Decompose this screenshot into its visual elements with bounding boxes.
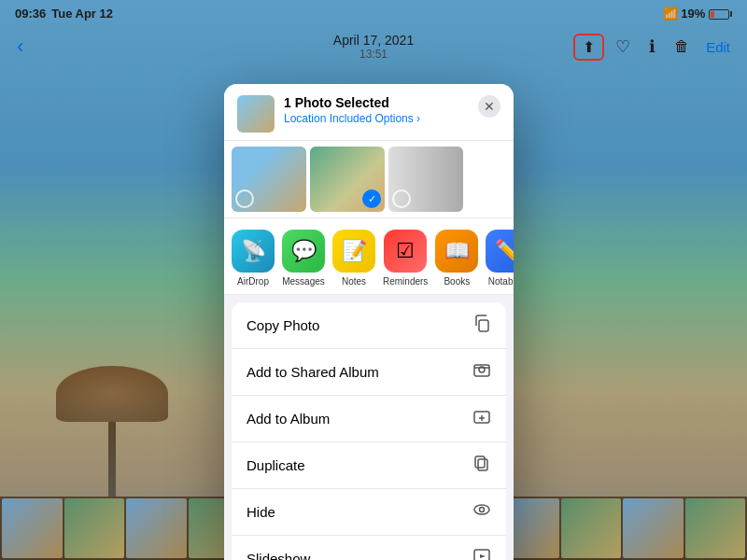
duplicate-icon [472, 454, 491, 477]
copy-photo-icon [472, 314, 491, 337]
sheet-thumbnail [237, 95, 275, 133]
add-to-album-icon [472, 407, 491, 430]
add-to-shared-album-icon [472, 360, 491, 384]
svg-point-6 [474, 505, 489, 514]
sheet-header: 1 Photo Selected Location Included Optio… [224, 84, 514, 141]
sheet-close-button[interactable]: ✕ [478, 95, 500, 118]
action-hide[interactable]: Hide [232, 489, 506, 536]
add-to-shared-album-label: Add to Shared Album [247, 364, 379, 380]
airdrop-label: AirDrop [237, 276, 269, 287]
svg-rect-8 [474, 550, 489, 560]
add-to-album-label: Add to Album [247, 411, 330, 427]
slideshow-icon [472, 547, 491, 560]
action-add-to-album[interactable]: Add to Album [232, 396, 506, 442]
notability-icon: ✏️ [486, 230, 514, 273]
action-list: Copy Photo Add to Shared Album Add to Al… [232, 302, 506, 560]
reminders-icon: ☑ [384, 230, 427, 273]
messages-label: Messages [282, 276, 325, 287]
app-icon-messages[interactable]: 💬 Messages [282, 230, 325, 287]
notes-icon: 📝 [332, 230, 375, 273]
app-icon-reminders[interactable]: ☑ Reminders [383, 230, 428, 287]
notability-label: Notability [488, 276, 514, 287]
books-label: Books [444, 276, 470, 287]
app-icon-notes[interactable]: 📝 Notes [332, 230, 375, 287]
reminders-label: Reminders [383, 276, 428, 287]
svg-point-7 [480, 508, 485, 512]
app-icon-books[interactable]: 📖 Books [435, 230, 478, 287]
app-icon-airdrop[interactable]: 📡 AirDrop [232, 230, 275, 287]
books-icon: 📖 [435, 230, 478, 273]
action-add-to-shared-album[interactable]: Add to Shared Album [232, 349, 506, 396]
copy-photo-label: Copy Photo [247, 317, 319, 333]
duplicate-label: Duplicate [247, 457, 305, 473]
photo-strip: ✓ [224, 141, 514, 218]
action-copy-photo[interactable]: Copy Photo [232, 302, 506, 349]
sheet-title: 1 Photo Selected [284, 95, 469, 110]
airdrop-icon: 📡 [232, 230, 275, 273]
svg-rect-4 [478, 459, 487, 470]
messages-icon: 💬 [282, 230, 325, 273]
app-icons-row: 📡 AirDrop 💬 Messages 📝 Notes ☑ Reminders… [224, 218, 514, 295]
strip-photo-2: ✓ [310, 147, 385, 212]
sheet-location: Location Included [284, 112, 372, 125]
svg-marker-9 [480, 554, 486, 558]
selected-check: ✓ [362, 189, 381, 208]
slideshow-label: Slideshow [247, 551, 310, 560]
sheet-options[interactable]: Options › [374, 112, 420, 125]
strip-photo-1 [232, 147, 306, 212]
notes-label: Notes [342, 276, 366, 287]
hide-label: Hide [247, 504, 275, 520]
hide-icon [472, 500, 491, 524]
action-slideshow[interactable]: Slideshow [232, 536, 506, 560]
share-sheet: 1 Photo Selected Location Included Optio… [224, 84, 514, 560]
svg-rect-0 [479, 320, 488, 331]
sheet-subtitle: Location Included Options › [284, 112, 469, 125]
svg-rect-5 [475, 456, 485, 468]
action-duplicate[interactable]: Duplicate [232, 442, 506, 489]
sheet-header-info: 1 Photo Selected Location Included Optio… [284, 95, 469, 125]
app-icon-notability[interactable]: ✏️ Notability [486, 230, 514, 287]
strip-photo-3 [388, 147, 463, 212]
